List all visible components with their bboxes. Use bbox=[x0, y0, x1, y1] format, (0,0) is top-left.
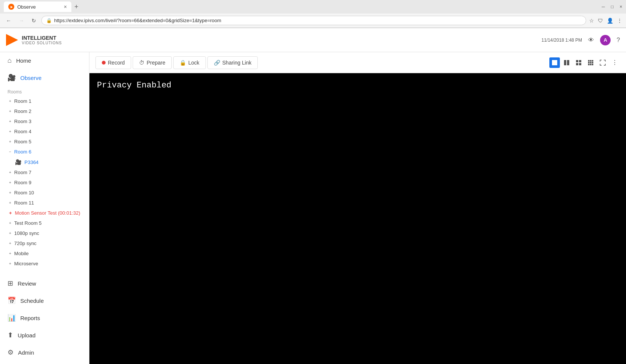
tab-title: Observe bbox=[17, 4, 36, 10]
forward-button[interactable]: → bbox=[17, 17, 26, 24]
svg-rect-8 bbox=[590, 60, 591, 62]
expand-icon bbox=[9, 119, 11, 123]
svg-rect-12 bbox=[592, 62, 593, 63]
svg-rect-10 bbox=[588, 62, 590, 63]
room-item-room3[interactable]: Room 3 bbox=[0, 116, 89, 126]
room-item-test-room5[interactable]: Test Room 5 bbox=[0, 218, 89, 228]
svg-rect-15 bbox=[592, 64, 593, 65]
prepare-button[interactable]: ⏱ Prepare bbox=[133, 56, 172, 69]
new-tab-button[interactable]: + bbox=[71, 3, 82, 11]
camera-item-p3364[interactable]: 🎥 P3364 bbox=[0, 157, 89, 167]
room-label: Room 9 bbox=[14, 180, 32, 185]
admin-icon: ⚙ bbox=[8, 348, 14, 356]
record-label: Record bbox=[108, 60, 125, 66]
sidebar-item-admin[interactable]: ⚙ Admin bbox=[0, 344, 89, 361]
record-button[interactable]: Record bbox=[95, 56, 131, 69]
browser-titlebar: Observe × + ─ □ × bbox=[0, 0, 626, 14]
help-icon[interactable]: ? bbox=[617, 37, 620, 44]
svg-rect-2 bbox=[567, 60, 569, 65]
expand-icon bbox=[9, 221, 11, 225]
room-label: Room 1 bbox=[14, 98, 32, 104]
room-label: Room 10 bbox=[14, 190, 34, 196]
room-label: Room 4 bbox=[14, 129, 32, 134]
sharing-link-button[interactable]: 🔗 Sharing Link bbox=[207, 56, 258, 69]
room-item-room10[interactable]: Room 10 bbox=[0, 188, 89, 198]
room-item-room2[interactable]: Room 2 bbox=[0, 106, 89, 116]
bookmark-icon[interactable]: ☆ bbox=[589, 18, 594, 24]
video-area: Privacy Enabled bbox=[89, 73, 626, 364]
room-item-720p-sync[interactable]: 720p sync bbox=[0, 238, 89, 248]
sidebar-item-schedule[interactable]: 📅 Schedule bbox=[0, 292, 89, 309]
review-icon: ⊞ bbox=[8, 279, 13, 287]
home-icon: ⌂ bbox=[8, 57, 12, 65]
room-item-room4[interactable]: Room 4 bbox=[0, 126, 89, 137]
menu-icon[interactable]: ⋮ bbox=[617, 18, 622, 24]
room-item-microserve[interactable]: Microserve bbox=[0, 259, 89, 269]
room-item-mobile[interactable]: Mobile bbox=[0, 248, 89, 259]
view-quad-button[interactable] bbox=[573, 57, 584, 68]
logo-text-bottom: VIDEO SOLUTIONS bbox=[22, 41, 62, 45]
link-icon: 🔗 bbox=[214, 60, 220, 66]
fullscreen-button[interactable] bbox=[597, 57, 608, 68]
app-logo: INTELLIGENT VIDEO SOLUTIONS bbox=[6, 34, 62, 46]
reports-icon: 📊 bbox=[8, 314, 16, 322]
room-label: Room 5 bbox=[14, 139, 32, 144]
expand-icon bbox=[9, 129, 11, 134]
tab-close-button[interactable]: × bbox=[64, 4, 67, 10]
sidebar-item-label: Reports bbox=[20, 315, 40, 321]
room-label: Room 7 bbox=[14, 170, 32, 175]
sidebar-item-home[interactable]: ⌂ Home bbox=[0, 52, 89, 69]
sidebar-item-label: Upload bbox=[18, 332, 36, 338]
svg-rect-0 bbox=[552, 60, 557, 65]
close-button[interactable]: × bbox=[620, 4, 622, 9]
view-nine-button[interactable] bbox=[585, 57, 596, 68]
room-item-room7[interactable]: Room 7 bbox=[0, 167, 89, 177]
expand-icon bbox=[9, 150, 11, 154]
lock-button[interactable]: 🔒 Lock bbox=[173, 56, 206, 69]
sidebar-item-upload[interactable]: ⬆ Upload bbox=[0, 326, 89, 344]
room-label: 720p sync bbox=[14, 241, 36, 246]
expand-icon bbox=[9, 231, 11, 235]
room-label: Test Room 5 bbox=[14, 220, 42, 226]
eye-icon[interactable]: 👁 bbox=[588, 37, 594, 44]
sidebar: ⌂ Home 🎥 Observe Rooms Room 1 Room 2 Roo… bbox=[0, 52, 89, 364]
user-icon[interactable]: 👤 bbox=[607, 18, 613, 24]
sidebar-item-reports[interactable]: 📊 Reports bbox=[0, 309, 89, 326]
lock-label: Lock bbox=[188, 60, 200, 66]
sidebar-item-label: Review bbox=[18, 280, 36, 287]
svg-rect-6 bbox=[579, 63, 581, 65]
view-double-button[interactable] bbox=[561, 57, 572, 68]
back-button[interactable]: ← bbox=[4, 17, 14, 24]
record-dot bbox=[102, 61, 106, 65]
expand-icon bbox=[9, 201, 11, 205]
sidebar-item-label: Admin bbox=[18, 349, 34, 356]
expand-icon bbox=[9, 262, 11, 266]
minimize-button[interactable]: ─ bbox=[602, 4, 605, 9]
sidebar-item-observe[interactable]: 🎥 Observe bbox=[0, 69, 89, 86]
view-single-button[interactable] bbox=[549, 57, 560, 68]
room-label: Mobile bbox=[14, 251, 29, 256]
svg-rect-5 bbox=[576, 63, 578, 65]
room-item-room9[interactable]: Room 9 bbox=[0, 177, 89, 188]
room-label: 1080p sync bbox=[14, 230, 39, 236]
prepare-label: Prepare bbox=[147, 60, 165, 66]
room-item-motion-sensor[interactable]: + Motion Sensor Test (00:01:32) bbox=[0, 208, 89, 218]
browser-tab[interactable]: Observe × bbox=[4, 2, 71, 12]
refresh-button[interactable]: ↻ bbox=[29, 17, 38, 24]
more-options-button[interactable]: ⋮ bbox=[609, 57, 620, 68]
address-bar[interactable]: 🔒 https://extdev.ipivs.com/live#/?room=6… bbox=[41, 16, 586, 25]
svg-rect-11 bbox=[590, 62, 591, 63]
extension-icon[interactable]: 🛡 bbox=[598, 18, 603, 24]
sidebar-item-label: Home bbox=[16, 57, 31, 64]
user-avatar[interactable]: A bbox=[600, 35, 611, 45]
room-item-room11[interactable]: Room 11 bbox=[0, 198, 89, 208]
upload-icon: ⬆ bbox=[8, 331, 13, 339]
maximize-button[interactable]: □ bbox=[611, 4, 614, 9]
expand-icon bbox=[9, 241, 11, 245]
room-item-room1[interactable]: Room 1 bbox=[0, 96, 89, 106]
sidebar-item-review[interactable]: ⊞ Review bbox=[0, 275, 89, 292]
prepare-icon: ⏱ bbox=[139, 60, 144, 66]
room-item-room6[interactable]: Room 6 bbox=[0, 147, 89, 157]
room-item-1080p-sync[interactable]: 1080p sync bbox=[0, 228, 89, 238]
room-item-room5[interactable]: Room 5 bbox=[0, 137, 89, 147]
